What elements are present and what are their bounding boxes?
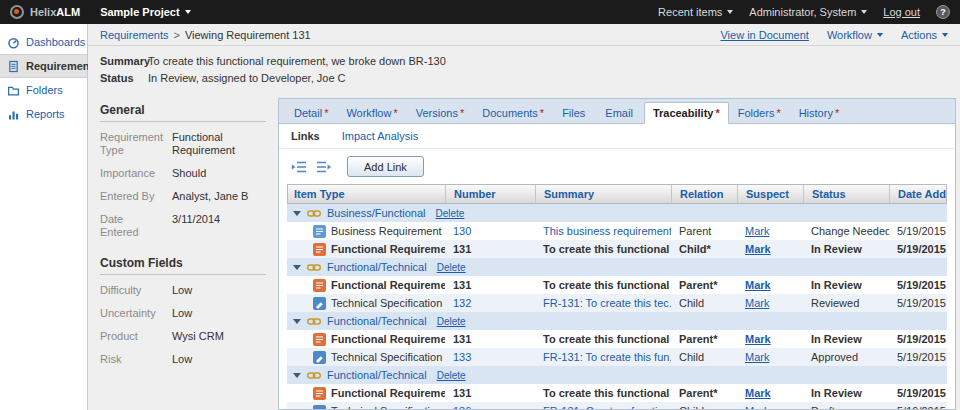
custom-fields-section-title: Custom Fields	[100, 253, 266, 275]
column-header-status[interactable]: Status	[804, 185, 890, 203]
item-number-link[interactable]: 132	[453, 297, 471, 309]
link-group-header: Business/Functional Delete	[287, 207, 464, 219]
mark-suspect-link[interactable]: Mark	[745, 279, 771, 291]
project-selector[interactable]: Sample Project	[100, 6, 190, 18]
link-row-current-item: Functional Requirement 131 To create thi…	[287, 330, 947, 348]
delete-link[interactable]: Delete	[435, 208, 464, 219]
date-added-value: 5/19/2015	[889, 243, 947, 255]
general-panel: General Requirement Type Functional Requ…	[98, 98, 278, 410]
item-summary-link[interactable]: FR-131: To create this tec...	[543, 297, 671, 309]
sidebar-item-dashboards[interactable]: Dashboards	[0, 30, 87, 54]
tab-files[interactable]: Files	[553, 102, 596, 123]
collapse-triangle-icon[interactable]	[293, 265, 301, 270]
general-section-title: General	[100, 100, 266, 122]
subtab-links[interactable]: Links	[291, 130, 320, 142]
sidebar: Dashboards Requirements Folders Reports	[0, 24, 88, 410]
breadcrumb: Requirements > Viewing Requirement 131 V…	[88, 24, 960, 46]
column-header-date-added[interactable]: Date Added	[890, 185, 946, 203]
recent-items-menu[interactable]: Recent items	[658, 6, 733, 18]
mark-suspect-link[interactable]: Mark	[745, 333, 771, 345]
link-group-name[interactable]: Functional/Technical	[327, 261, 427, 273]
technical-specification-icon	[313, 297, 326, 310]
breadcrumb-requirements-link[interactable]: Requirements	[100, 29, 168, 41]
mark-suspect-link[interactable]: Mark	[745, 405, 769, 409]
link-group-name[interactable]: Functional/Technical	[327, 369, 427, 381]
field-value: Low	[172, 284, 192, 297]
tab-history[interactable]: History*	[790, 102, 849, 123]
actions-menu[interactable]: Actions	[901, 29, 948, 41]
page-title: Viewing Requirement 131	[185, 29, 311, 41]
field-label: Difficulty	[100, 284, 162, 297]
tab-detail[interactable]: Detail*	[285, 102, 337, 123]
functional-requirement-icon	[313, 333, 326, 346]
detail-tab-panel: Detail* Workflow* Versions* Documents* F…	[278, 98, 956, 410]
item-status-value: Approved	[803, 351, 889, 363]
link-row: Technical Specification 132 FR-131: To c…	[287, 294, 947, 312]
brand-helix: Helix	[30, 6, 56, 18]
collapse-triangle-icon[interactable]	[293, 211, 301, 216]
link-group-header: Functional/Technical Delete	[287, 261, 466, 273]
field-value: Low	[172, 353, 192, 366]
delete-link[interactable]: Delete	[437, 262, 466, 273]
mark-suspect-link[interactable]: Mark	[745, 243, 771, 255]
top-bar: HelixALM Sample Project Recent items Adm…	[0, 0, 960, 24]
field-value: Should	[172, 167, 206, 180]
tab-versions[interactable]: Versions*	[407, 102, 473, 123]
column-header-item-type[interactable]: Item Type	[288, 185, 446, 203]
tab-documents[interactable]: Documents*	[473, 102, 553, 123]
column-header-summary[interactable]: Summary	[536, 185, 672, 203]
mark-suspect-link[interactable]: Mark	[745, 225, 769, 237]
collapse-all-icon[interactable]	[289, 159, 309, 175]
user-menu[interactable]: Administrator, System	[749, 6, 867, 18]
workflow-menu[interactable]: Workflow	[827, 29, 883, 41]
header-actions: View in Document Workflow Actions	[720, 29, 948, 41]
link-group-name[interactable]: Functional/Technical	[327, 315, 427, 327]
mark-suspect-link[interactable]: Mark	[745, 351, 769, 363]
collapse-triangle-icon[interactable]	[293, 319, 301, 324]
item-summary-value: To create this functional ...	[535, 243, 671, 255]
functional-requirement-icon	[313, 279, 326, 292]
business-requirement-icon	[313, 225, 326, 238]
item-number-link[interactable]: 136	[453, 405, 471, 409]
tab-folders[interactable]: Folders*	[729, 102, 790, 123]
requirements-icon	[7, 60, 20, 73]
item-status-value: Reviewed	[803, 297, 889, 309]
actions-menu-label: Actions	[901, 29, 937, 41]
column-header-relation[interactable]: Relation	[672, 185, 738, 203]
delete-link[interactable]: Delete	[437, 316, 466, 327]
item-summary-link[interactable]: This business requirement...	[543, 225, 671, 237]
relation-value: Child*	[671, 243, 737, 255]
column-header-number[interactable]: Number	[446, 185, 536, 203]
collapse-triangle-icon[interactable]	[293, 373, 301, 378]
link-chain-icon	[307, 263, 321, 272]
sidebar-item-reports[interactable]: Reports	[0, 102, 87, 126]
brand-alm: ALM	[56, 6, 80, 18]
sidebar-item-requirements[interactable]: Requirements	[0, 54, 87, 78]
tab-workflow[interactable]: Workflow*	[337, 102, 406, 123]
item-status-value: Draft	[803, 405, 889, 409]
sidebar-item-folders[interactable]: Folders	[0, 78, 87, 102]
item-number-link[interactable]: 133	[453, 351, 471, 363]
add-link-button[interactable]: Add Link	[347, 156, 424, 177]
mark-suspect-link[interactable]: Mark	[745, 297, 769, 309]
item-number-link[interactable]: 130	[453, 225, 471, 237]
help-icon[interactable]	[936, 5, 950, 19]
field-label: Product	[100, 330, 162, 343]
delete-link[interactable]: Delete	[437, 370, 466, 381]
item-summary-link[interactable]: FR-131: Create a function...	[543, 405, 671, 409]
column-header-suspect[interactable]: Suspect	[738, 185, 804, 203]
chevron-down-icon	[942, 33, 948, 37]
date-added-value: 5/19/2015	[889, 387, 947, 399]
logout-link[interactable]: Log out	[883, 6, 920, 18]
tab-traceability[interactable]: Traceability*	[644, 102, 729, 124]
view-in-document-link[interactable]: View in Document	[720, 29, 808, 41]
tab-email[interactable]: Email	[596, 102, 644, 123]
subtab-impact-analysis[interactable]: Impact Analysis	[342, 130, 418, 142]
item-number-value: 131	[445, 279, 535, 291]
breadcrumb-separator: >	[173, 29, 179, 41]
mark-suspect-link[interactable]: Mark	[745, 387, 771, 399]
link-group-name[interactable]: Business/Functional	[327, 207, 425, 219]
item-summary-link[interactable]: FR-131: To create this fun...	[543, 351, 671, 363]
expand-all-icon[interactable]	[314, 159, 334, 175]
sidebar-item-label: Folders	[26, 84, 63, 96]
